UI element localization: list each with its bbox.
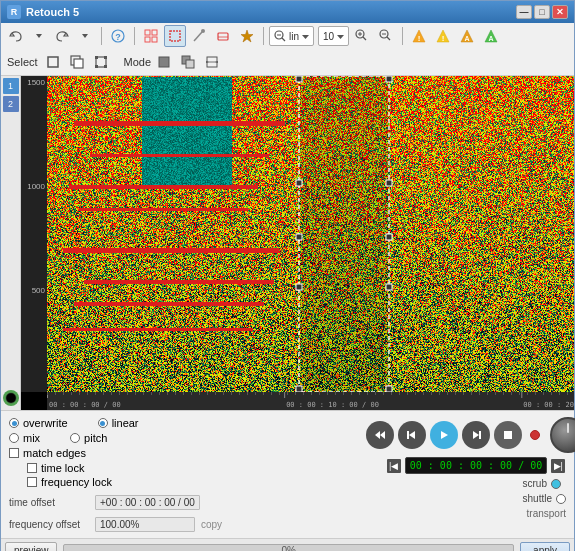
- svg-text:?: ?: [115, 32, 121, 42]
- warn3-button[interactable]: A: [456, 25, 478, 47]
- apply-button[interactable]: apply: [520, 542, 570, 552]
- mix-radio[interactable]: [9, 433, 19, 443]
- close-button[interactable]: ✕: [552, 5, 568, 19]
- mix-option[interactable]: mix: [9, 432, 40, 444]
- scrub-indicator: [551, 479, 561, 489]
- maximize-button[interactable]: □: [534, 5, 550, 19]
- transport-area: |◀ 00 : 00 : 00 : 00 / 00 ▶| scrub: [386, 417, 566, 532]
- time-display: 00 : 00 : 00 : 00 / 00: [405, 457, 547, 474]
- svg-text:A: A: [489, 35, 494, 42]
- svg-rect-6: [145, 37, 150, 42]
- redo-button[interactable]: [51, 25, 73, 47]
- zoom-fit-dropdown[interactable]: lin: [269, 26, 314, 46]
- main-window: R Retouch 5 — □ ✕: [0, 0, 575, 551]
- svg-rect-4: [145, 30, 150, 35]
- svg-line-20: [363, 37, 366, 40]
- toolbar-area: ?: [1, 23, 574, 76]
- time-offset-label: time offset: [9, 497, 89, 508]
- brush-tool[interactable]: [188, 25, 210, 47]
- warn1-button[interactable]: !: [408, 25, 430, 47]
- mode-stretch[interactable]: [201, 51, 223, 73]
- preview-button[interactable]: preview: [5, 542, 57, 552]
- time-ruler: [47, 392, 574, 410]
- select-rect-mode[interactable]: [42, 51, 64, 73]
- select-label: Select: [5, 56, 40, 68]
- svg-marker-52: [380, 431, 385, 439]
- time-display-text: 00 : 00 : 00 : 00 / 00: [410, 460, 542, 471]
- svg-marker-55: [441, 431, 448, 439]
- svg-marker-51: [375, 431, 380, 439]
- track-2[interactable]: 2: [3, 96, 19, 112]
- svg-rect-39: [104, 56, 107, 59]
- step-forward-button[interactable]: ▶|: [551, 459, 565, 473]
- freq-label-1500: 1500: [23, 78, 45, 87]
- zoom-value-dropdown[interactable]: 10: [318, 26, 349, 46]
- freq-lock-option[interactable]: frequency lock: [27, 476, 376, 488]
- back-button[interactable]: [398, 421, 426, 449]
- pitch-option[interactable]: pitch: [70, 432, 107, 444]
- linear-radio[interactable]: [98, 418, 108, 428]
- warn2-button[interactable]: !: [432, 25, 454, 47]
- svg-marker-1: [82, 34, 88, 38]
- sep1: [101, 27, 102, 45]
- copy-button[interactable]: copy: [201, 519, 222, 530]
- mode-normal[interactable]: [153, 51, 175, 73]
- scrub-shuttle-area: scrub shuttle: [523, 478, 566, 504]
- svg-rect-41: [104, 65, 107, 68]
- svg-marker-56: [473, 431, 479, 439]
- mode-label: Mode: [124, 56, 152, 68]
- select-copy-mode[interactable]: [66, 51, 88, 73]
- color-wheel[interactable]: [3, 390, 19, 406]
- volume-knob[interactable]: [550, 417, 575, 453]
- pitch-radio[interactable]: [70, 433, 80, 443]
- minimize-button[interactable]: —: [516, 5, 532, 19]
- overwrite-radio[interactable]: [9, 418, 19, 428]
- zoom-out-button[interactable]: [375, 25, 397, 47]
- match-edges-option[interactable]: match edges: [9, 447, 376, 459]
- redo-dropdown[interactable]: [74, 25, 96, 47]
- linear-option[interactable]: linear: [98, 417, 139, 429]
- window-controls: — □ ✕: [516, 5, 568, 19]
- shuttle-label: shuttle: [523, 493, 552, 504]
- select-transform-mode[interactable]: [90, 51, 112, 73]
- rewind-button[interactable]: [366, 421, 394, 449]
- shuttle-item: shuttle: [523, 493, 566, 504]
- progress-value: 0%: [282, 545, 296, 551]
- mix-label: mix: [23, 432, 40, 444]
- app-icon: R: [7, 5, 21, 19]
- grid-tool[interactable]: [140, 25, 162, 47]
- scrub-label: scrub: [523, 478, 547, 489]
- record-indicator: [530, 430, 540, 440]
- undo-button[interactable]: [5, 25, 27, 47]
- forward-button[interactable]: [462, 421, 490, 449]
- time-lock-checkbox[interactable]: [27, 463, 37, 473]
- undo-dropdown[interactable]: [28, 25, 50, 47]
- svg-rect-7: [152, 37, 157, 42]
- stop-button[interactable]: [494, 421, 522, 449]
- left-panel: 1 2: [1, 76, 21, 410]
- step-back-button[interactable]: |◀: [387, 459, 401, 473]
- overwrite-option[interactable]: overwrite: [9, 417, 68, 429]
- warn4-button[interactable]: A: [480, 25, 502, 47]
- zoom-in-button[interactable]: [351, 25, 373, 47]
- freq-lock-checkbox[interactable]: [27, 477, 37, 487]
- help-button[interactable]: ?: [107, 25, 129, 47]
- time-ruler-canvas: [47, 392, 574, 410]
- time-offset-row: time offset +00 : 00 : 00 : 00 / 00: [9, 495, 376, 510]
- spectrogram-canvas[interactable]: [47, 76, 574, 392]
- match-edges-checkbox[interactable]: [9, 448, 19, 458]
- svg-marker-53: [409, 431, 415, 439]
- svg-rect-44: [186, 60, 194, 68]
- mode-row1: overwrite linear: [9, 417, 376, 429]
- erase-tool[interactable]: [212, 25, 234, 47]
- svg-rect-5: [152, 30, 157, 35]
- freq-label-1000: 1000: [23, 182, 45, 191]
- select-rect-tool[interactable]: [164, 25, 186, 47]
- mode-copy[interactable]: [177, 51, 199, 73]
- play-button[interactable]: [430, 421, 458, 449]
- track-1[interactable]: 1: [3, 78, 19, 94]
- freq-offset-label: frequency offset: [9, 519, 89, 530]
- magic-tool[interactable]: [236, 25, 258, 47]
- time-lock-option[interactable]: time lock: [27, 462, 376, 474]
- spectrogram-view[interactable]: 1500 1000 500: [21, 76, 574, 410]
